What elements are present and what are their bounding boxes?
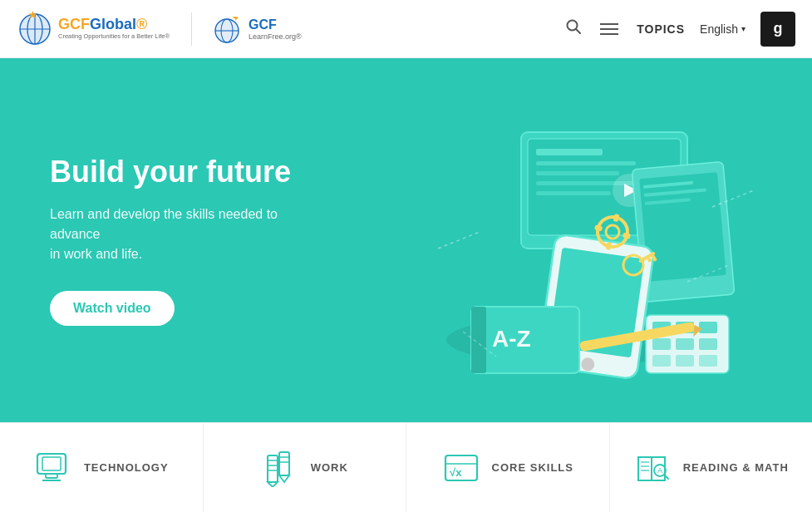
category-reading-math[interactable]: A READING & MATH [610,423,813,512]
work-icon [261,449,299,487]
hero-illustration: A-Z [396,82,762,398]
gcf-name-label: GCFGlobal® [58,17,170,33]
svg-text:A-Z: A-Z [492,326,531,352]
svg-rect-38 [676,338,694,350]
hero-illustration-svg: A-Z [396,82,762,398]
svg-rect-17 [536,171,619,175]
svg-rect-67 [279,452,289,475]
svg-rect-41 [676,355,694,367]
category-core-skills[interactable]: √x CORE SKILLS [406,423,610,512]
hero-content: Build your future Learn and develop the … [0,155,366,326]
header-logos: GCFGlobal® Creating Opportunities for a … [17,11,302,47]
svg-rect-61 [46,474,57,478]
svg-rect-37 [652,338,671,350]
gcf-global-text: GCFGlobal® Creating Opportunities for a … [58,17,170,40]
category-work[interactable]: WORK [204,423,407,512]
goodwill-badge[interactable]: g [760,12,795,47]
menu-line-3 [600,33,618,35]
svg-rect-15 [536,149,603,155]
chevron-down-icon: ▾ [741,24,746,33]
gcf-learnfree-name: GCF [249,17,302,32]
gcf-learnfree-logo[interactable]: GCF LearnFree.org® [214,14,302,44]
topics-link[interactable]: TOPICS [637,22,685,36]
reading-math-icon: A [633,449,672,487]
svg-rect-40 [652,355,671,367]
work-label: WORK [311,461,348,474]
svg-line-11 [576,29,580,33]
core-skills-icon: √x [442,449,480,487]
category-technology[interactable]: TECHNOLOGY [0,423,204,512]
svg-rect-42 [699,355,717,367]
language-selector[interactable]: English ▾ [700,22,746,36]
language-label: English [700,22,738,36]
svg-rect-39 [699,338,717,350]
svg-rect-63 [268,455,278,482]
core-skills-label: CORE SKILLS [492,461,573,474]
svg-rect-36 [699,322,717,333]
search-button[interactable] [565,18,582,39]
svg-line-55 [438,232,480,249]
learnfree-text: GCF LearnFree.org® [249,17,302,41]
watch-video-button[interactable]: Watch video [50,291,175,326]
hero-title: Build your future [50,155,316,190]
categories-bar: TECHNOLOGY WORK [0,422,812,512]
learnfree-globe-icon [214,14,244,44]
search-icon [565,18,582,35]
svg-text:√x: √x [450,466,462,479]
svg-rect-19 [536,191,611,195]
hamburger-menu-button[interactable] [597,20,622,38]
menu-line-1 [600,23,618,25]
hero-section: Build your future Learn and develop the … [0,58,812,422]
menu-line-2 [600,28,618,30]
svg-text:A: A [657,466,662,475]
header: GCFGlobal® Creating Opportunities for a … [0,0,812,58]
gcf-learnfree-sub: LearnFree.org® [249,32,302,41]
hero-subtitle: Learn and develop the skills needed to a… [50,204,316,264]
svg-rect-16 [536,161,636,165]
gcf-globe-icon [17,11,53,47]
technology-label: TECHNOLOGY [84,461,169,474]
logo-divider [191,12,192,46]
reading-math-label: READING & MATH [683,461,789,474]
goodwill-letter: g [774,20,783,37]
gcf-global-logo[interactable]: GCFGlobal® Creating Opportunities for a … [17,11,170,47]
header-nav: TOPICS English ▾ g [565,12,795,47]
svg-marker-70 [279,475,289,482]
technology-icon [34,449,72,487]
gcf-sub-label: Creating Opportunities for a Better Life… [58,33,170,40]
svg-rect-60 [42,457,61,470]
